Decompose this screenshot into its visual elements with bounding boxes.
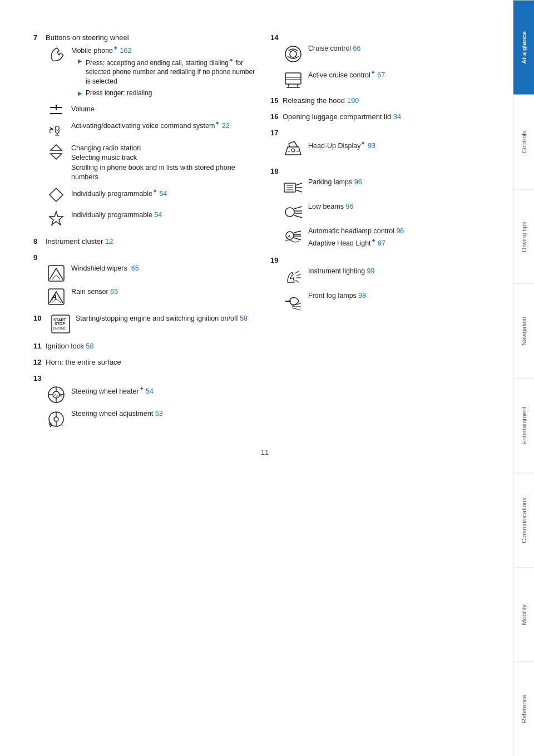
svg-point-33: [290, 51, 296, 57]
item-arrows: Changing radio station Selecting music t…: [46, 144, 259, 183]
page-link-96c[interactable]: 96: [396, 227, 404, 235]
section-17: 17: [270, 129, 496, 159]
svg-text:ENGINE: ENGINE: [53, 327, 66, 330]
active-cruise-icon: [283, 68, 304, 89]
instrument-lighting-icon: [283, 267, 304, 287]
left-column: 7 Buttons on steering wheel Mobile phone…: [33, 33, 259, 437]
page-link-22[interactable]: 22: [222, 122, 230, 130]
section-14-subitems: Cruise control 66: [283, 44, 496, 89]
sidebar-tab-mobility[interactable]: Mobility: [513, 567, 534, 662]
sidebar: At a glance Controls Driving tips Naviga…: [513, 0, 534, 756]
section-18-subitems: Parking lamps 96: [283, 178, 496, 248]
parking-lamps-icon: [283, 178, 304, 198]
svg-text:∿∿: ∿∿: [54, 392, 63, 398]
page-link-54a[interactable]: 54: [159, 190, 167, 198]
start-stop-icon: START STOP ENGINE: [50, 314, 71, 334]
page-link-65b[interactable]: 65: [110, 288, 118, 296]
svg-text:·: ·: [62, 423, 63, 428]
diamond-text: Individually programmable✦ 54: [71, 187, 167, 199]
bullet-1: ▶ Press: accepting and ending call, star…: [78, 56, 259, 86]
item-hud: Head-Up Display✦ 93: [283, 139, 496, 159]
page-link-96b[interactable]: 96: [345, 203, 353, 210]
page-link-54b[interactable]: 54: [154, 211, 162, 219]
sidebar-tab-driving-tips[interactable]: Driving tips: [513, 189, 534, 284]
svg-line-62: [296, 274, 301, 276]
section-19-subitems: Instrument lighting 99: [283, 267, 496, 311]
sidebar-tab-controls[interactable]: Controls: [513, 95, 534, 189]
section-num-8: 8: [33, 237, 46, 246]
page-link-190[interactable]: 190: [347, 96, 359, 105]
svg-line-46: [295, 190, 302, 192]
svg-text:A: A: [287, 234, 290, 239]
phone-icon: [46, 44, 67, 64]
sidebar-tab-entertainment[interactable]: Entertainment: [513, 378, 534, 473]
star-shape-text: Individually programmable 54: [71, 210, 162, 220]
svg-line-39: [294, 141, 298, 147]
item-diamond: Individually programmable✦ 54: [46, 187, 259, 206]
page-link-96a[interactable]: 96: [354, 178, 362, 186]
auto-headlamp-icon: A: [283, 227, 304, 247]
page-link-98[interactable]: 98: [358, 292, 366, 300]
item-voice: ︎ Activating/deactivating: [46, 119, 259, 139]
section-num-10: 10: [33, 314, 46, 322]
section-8: 8 Instrument cluster 12: [33, 237, 259, 246]
page-link-67[interactable]: 67: [377, 71, 385, 79]
page-link-34[interactable]: 34: [393, 112, 401, 121]
sidebar-tab-communications[interactable]: Communications: [513, 473, 534, 567]
svg-point-32: [285, 46, 301, 62]
item-low-beams: Low beams 96: [283, 202, 496, 222]
svg-marker-9: [51, 154, 62, 159]
item-front-fog: Front fog lamps 98: [283, 291, 496, 311]
section-num-19: 19: [270, 256, 283, 264]
svg-line-37: [289, 144, 290, 147]
page-link-66[interactable]: 66: [353, 45, 361, 52]
bullet-text-2: Press longer: redialing: [86, 89, 152, 98]
star: ✦: [152, 188, 157, 194]
svg-line-64: [295, 280, 299, 282]
sidebar-tab-reference[interactable]: Reference: [513, 661, 534, 756]
sidebar-tab-navigation[interactable]: Navigation: [513, 283, 534, 378]
page-link-58b[interactable]: 58: [86, 342, 93, 350]
arrow-icon-2: ▶: [78, 90, 82, 97]
page-link-93[interactable]: 93: [368, 142, 375, 150]
section-title-8: Instrument cluster 12: [46, 237, 113, 246]
item-parking-lamps: Parking lamps 96: [283, 178, 496, 198]
section-16: 16 Opening luggage compartment lid 34: [270, 112, 496, 121]
sidebar-tab-at-a-glance[interactable]: At a glance: [513, 0, 534, 95]
section-13: 13 ∿∿: [33, 374, 259, 429]
svg-line-51: [294, 207, 302, 209]
section-num-18: 18: [270, 167, 283, 175]
page-link-97[interactable]: 97: [378, 239, 385, 247]
section-15: 15 Releasing the hood 190: [270, 96, 496, 105]
item-volume: Volume: [46, 105, 259, 115]
star: ✦: [360, 140, 365, 146]
star: ✦: [215, 120, 220, 126]
section-11: 11 Ignition lock 58: [33, 342, 259, 350]
svg-text:STOP: STOP: [55, 322, 65, 326]
cruise-text: Cruise control 66: [308, 44, 361, 54]
bullet-text-1: Press: accepting and ending call, starti…: [86, 56, 259, 86]
wheel-adjust-text: Steering wheel adjustment 53: [71, 409, 163, 419]
svg-marker-11: [50, 212, 63, 225]
page-number: 11: [33, 448, 496, 456]
svg-line-61: [295, 271, 299, 273]
page-link-99[interactable]: 99: [367, 267, 375, 275]
wheel-adjust-icon: ·: [46, 409, 67, 429]
page-link-162[interactable]: 162: [120, 47, 132, 55]
page-link-54c[interactable]: 54: [146, 387, 154, 395]
section-num-9: 9: [33, 253, 46, 262]
item-rain-sensor: A Rain sensor 65: [46, 287, 259, 306]
section-7: 7 Buttons on steering wheel Mobile phone…: [33, 33, 259, 229]
section-19: 19: [270, 256, 496, 311]
right-column: 14 Cruise control 66: [270, 33, 496, 437]
svg-rect-34: [285, 73, 301, 84]
arrows-text: Changing radio station Selecting music t…: [71, 144, 259, 183]
page-link-12[interactable]: 12: [105, 237, 113, 246]
page-link-53[interactable]: 53: [155, 410, 163, 418]
start-stop-text: Starting/stopping engine and switching i…: [76, 314, 248, 324]
hud-text: Head-Up Display✦ 93: [308, 139, 375, 151]
page-link-58a[interactable]: 58: [240, 315, 248, 322]
section-title-15: Releasing the hood 190: [283, 96, 359, 105]
section-num-11: 11: [33, 342, 46, 350]
page-link-65a[interactable]: 65: [131, 264, 139, 272]
